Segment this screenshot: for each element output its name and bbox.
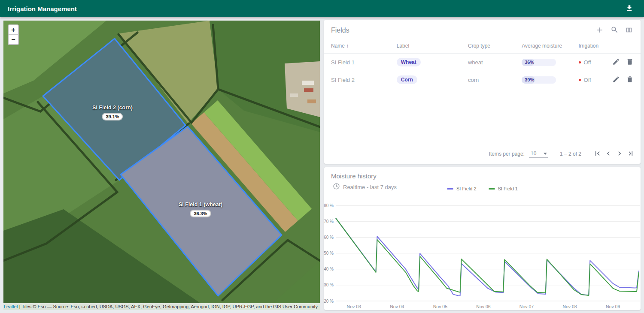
svg-text:30 %: 30 %: [324, 283, 334, 287]
pencil-icon: [612, 75, 620, 84]
map[interactable]: + − SI Field 2 (corn) 39.1% SI Field 1 (…: [3, 21, 320, 310]
edit-field-button[interactable]: [611, 57, 621, 67]
chevron-down-icon: [544, 153, 547, 155]
satellite-imagery: [3, 21, 320, 310]
irrigation-status: Off: [584, 77, 591, 83]
trash-icon: [626, 75, 634, 84]
cell-crop-type: corn: [468, 71, 522, 89]
svg-text:50 %: 50 %: [324, 251, 334, 256]
add-field-button[interactable]: [595, 26, 605, 35]
zoom-out-button[interactable]: −: [9, 35, 18, 44]
svg-text:70 %: 70 %: [324, 219, 334, 224]
column-header-irrigation[interactable]: Irrigation: [579, 39, 611, 54]
moisture-history-panel: Moisture history Realtime - last 7 days …: [324, 167, 641, 310]
irrigation-status-dot: [579, 61, 581, 63]
chevron-left-icon: [604, 149, 613, 159]
svg-text:20 %: 20 %: [324, 299, 334, 304]
items-per-page-label: Items per page:: [489, 151, 525, 157]
svg-text:40 %: 40 %: [324, 267, 334, 271]
download-icon: [626, 4, 633, 13]
map-zoom-control: + −: [8, 24, 19, 45]
column-header-label[interactable]: Label: [397, 39, 468, 54]
search-button[interactable]: [610, 26, 619, 35]
pencil-icon: [612, 58, 620, 67]
legend-item[interactable]: SI Field 2: [447, 186, 476, 191]
moisture-bar: 39%: [522, 76, 556, 84]
svg-text:Nov 07: Nov 07: [519, 304, 534, 309]
delete-field-button[interactable]: [625, 75, 635, 84]
chart-legend: SI Field 2SI Field 1: [324, 186, 641, 191]
moisture-chart: 20 %30 %40 %50 %60 %70 %80 %Nov 03Nov 04…: [324, 199, 641, 310]
legend-swatch: [447, 188, 453, 190]
moisture-bar: 36%: [522, 59, 556, 66]
field-2-moisture-badge[interactable]: 39.1%: [102, 113, 123, 120]
attribution-text: | Tiles © Esri — Source: Esri, i-cubed, …: [19, 304, 318, 309]
field-1-moisture-badge[interactable]: 36.3%: [190, 210, 211, 217]
trash-icon: [626, 58, 634, 67]
leaflet-link[interactable]: Leaflet: [4, 304, 18, 309]
fields-panel-title: Fields: [331, 27, 349, 34]
next-page-button[interactable]: [615, 149, 624, 159]
zoom-in-button[interactable]: +: [9, 25, 18, 35]
svg-text:Nov 08: Nov 08: [562, 304, 577, 309]
svg-text:Nov 09: Nov 09: [606, 304, 620, 309]
app-title: Irrigation Management: [8, 5, 77, 12]
first-page-button[interactable]: [592, 149, 602, 159]
pagination-bar: Items per page: 10 1 – 2 of 2: [324, 145, 641, 164]
column-header-average-moisture[interactable]: Average moisture: [522, 39, 578, 54]
map-attribution: Leaflet | Tiles © Esri — Source: Esri, i…: [3, 303, 320, 310]
previous-page-button[interactable]: [604, 149, 613, 159]
legend-item[interactable]: SI Field 1: [489, 186, 518, 191]
svg-text:Nov 03: Nov 03: [347, 304, 361, 309]
chevron-right-icon: [615, 149, 624, 159]
series-line-si-field-1: [336, 218, 639, 295]
columns-button[interactable]: [624, 26, 634, 35]
label-pill: Wheat: [397, 58, 421, 66]
app-header: Irrigation Management: [0, 0, 644, 17]
plus-icon: [595, 26, 604, 36]
last-page-icon: [626, 149, 635, 159]
cell-name: SI Field 2: [324, 71, 397, 89]
column-header-name[interactable]: Name ↑: [324, 39, 397, 54]
svg-text:Nov 05: Nov 05: [433, 304, 447, 309]
table-row-si-field-1[interactable]: SI Field 1 Wheat wheat 36% Off: [324, 54, 641, 71]
download-button[interactable]: [623, 3, 635, 15]
sort-ascending-icon: ↑: [346, 43, 349, 49]
moisture-value: 39%: [525, 76, 534, 84]
svg-text:60 %: 60 %: [324, 235, 334, 240]
delete-field-button[interactable]: [625, 57, 635, 67]
moisture-history-title: Moisture history: [331, 172, 634, 180]
svg-text:Nov 06: Nov 06: [476, 304, 490, 309]
search-icon: [611, 26, 619, 35]
fields-table: Name ↑ Label Crop type Average moisture …: [324, 39, 641, 89]
svg-text:Nov 04: Nov 04: [390, 304, 404, 309]
moisture-value: 36%: [525, 59, 534, 66]
first-page-icon: [593, 149, 601, 159]
items-per-page-select[interactable]: 10: [529, 150, 548, 158]
table-row-si-field-2[interactable]: SI Field 2 Corn corn 39% Off: [324, 71, 641, 89]
pagination-range: 1 – 2 of 2: [560, 151, 581, 157]
cell-name: SI Field 1: [324, 54, 397, 71]
legend-label: SI Field 2: [456, 186, 476, 191]
columns-icon: [625, 26, 633, 35]
legend-swatch: [489, 188, 495, 190]
irrigation-status: Off: [584, 59, 591, 66]
legend-label: SI Field 1: [498, 186, 518, 191]
cell-crop-type: wheat: [468, 54, 522, 71]
last-page-button[interactable]: [626, 149, 635, 159]
irrigation-status-dot: [579, 79, 581, 81]
edit-field-button[interactable]: [611, 75, 621, 84]
fields-panel: Fields Name ↑ Label Crop type Average mo: [324, 20, 641, 164]
label-pill: Corn: [397, 75, 417, 84]
svg-text:80 %: 80 %: [324, 203, 334, 208]
column-header-crop-type[interactable]: Crop type: [468, 39, 522, 54]
